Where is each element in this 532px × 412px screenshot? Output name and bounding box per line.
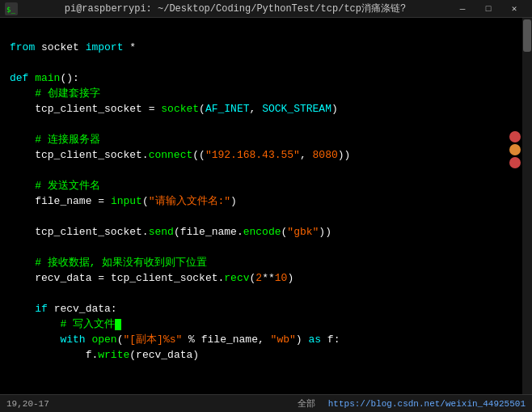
svg-text:$_: $_ bbox=[6, 6, 15, 14]
code-content: from socket import * def main(): # 创建套接字… bbox=[3, 21, 532, 394]
titlebar-title: pi@raspberrypi: ~/Desktop/Coding/PythonT… bbox=[21, 2, 450, 15]
scrollbar-thumb[interactable] bbox=[523, 19, 531, 52]
window-controls: — □ ✕ bbox=[450, 0, 527, 18]
terminal-icon: $_ bbox=[5, 2, 18, 15]
statusbar: 19,20-17 全部 https://blog.csdn.net/weixin… bbox=[0, 394, 532, 412]
code-editor[interactable]: from socket import * def main(): # 创建套接字… bbox=[0, 18, 532, 394]
maximize-button[interactable]: □ bbox=[475, 0, 501, 18]
statusbar-mode: 全部 bbox=[298, 397, 315, 410]
minimize-button[interactable]: — bbox=[450, 0, 475, 18]
side-btn-3[interactable] bbox=[509, 157, 521, 168]
side-buttons bbox=[509, 131, 521, 168]
side-btn-2[interactable] bbox=[509, 144, 521, 155]
titlebar: $_ pi@raspberrypi: ~/Desktop/Coding/Pyth… bbox=[0, 0, 532, 18]
side-btn-1[interactable] bbox=[509, 131, 521, 142]
scrollbar-track[interactable] bbox=[522, 18, 532, 394]
statusbar-url: https://blog.csdn.net/weixin_44925501 bbox=[328, 399, 526, 409]
statusbar-position: 19,20-17 bbox=[6, 399, 298, 409]
close-button[interactable]: ✕ bbox=[501, 0, 527, 18]
